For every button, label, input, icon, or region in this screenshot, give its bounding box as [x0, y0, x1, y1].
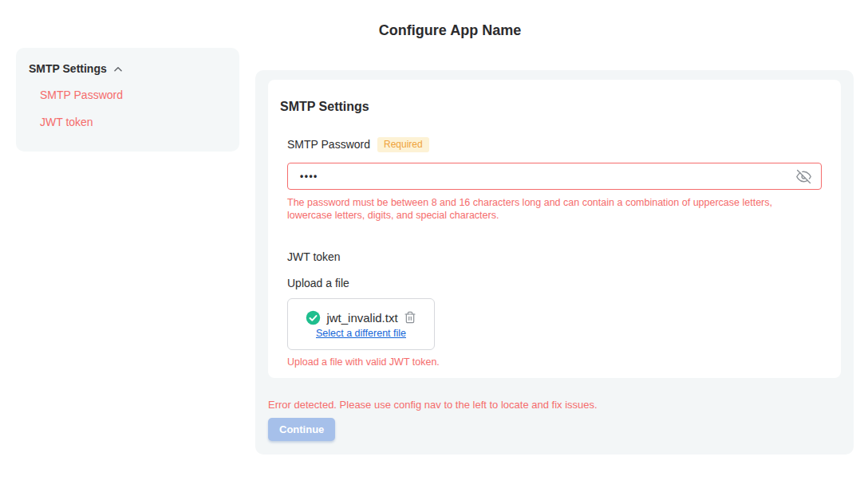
config-nav-sidebar: SMTP Settings SMTP Password JWT token	[16, 48, 239, 152]
select-different-file-link[interactable]: Select a different file	[316, 328, 406, 339]
page-header: Configure App Name	[32, 22, 868, 39]
smtp-password-field: SMTP Password Required The password must…	[287, 137, 822, 222]
smtp-password-input[interactable]	[288, 163, 796, 189]
config-panel: SMTP Settings SMTP Password Required The…	[255, 70, 854, 455]
sidebar-nav: SMTP Password JWT token	[29, 87, 227, 130]
file-upload-box: jwt_invalid.txt Select a different file	[287, 298, 435, 350]
jwt-token-field: JWT token Upload a file jwt_invalid.txt	[287, 250, 822, 368]
sidebar-section-label: SMTP Settings	[29, 62, 107, 75]
smtp-password-input-wrap	[287, 163, 822, 190]
continue-button[interactable]: Continue	[268, 418, 335, 441]
card-heading: SMTP Settings	[280, 99, 822, 115]
chevron-up-icon	[112, 64, 124, 75]
sidebar-item-jwt-token[interactable]: JWT token	[29, 114, 227, 130]
success-check-icon	[306, 310, 321, 325]
jwt-token-label: JWT token	[287, 250, 822, 265]
page-title: Configure App Name	[32, 22, 868, 39]
eye-off-icon[interactable]	[796, 169, 811, 184]
sidebar-item-smtp-password[interactable]: SMTP Password	[29, 87, 227, 103]
upload-file-label: Upload a file	[287, 276, 822, 291]
password-helper-text: The password must be between 8 and 16 ch…	[287, 196, 815, 222]
jwt-error-text: Upload a file with valid JWT token.	[287, 356, 822, 368]
required-badge: Required	[377, 137, 429, 152]
uploaded-file-name: jwt_invalid.txt	[326, 311, 397, 325]
smtp-password-label: SMTP Password	[287, 137, 370, 152]
smtp-settings-card: SMTP Settings SMTP Password Required The…	[268, 80, 841, 378]
form-error-message: Error detected. Please use config nav to…	[268, 399, 841, 411]
trash-icon[interactable]	[404, 311, 416, 324]
sidebar-section-smtp-settings[interactable]: SMTP Settings	[29, 61, 227, 77]
